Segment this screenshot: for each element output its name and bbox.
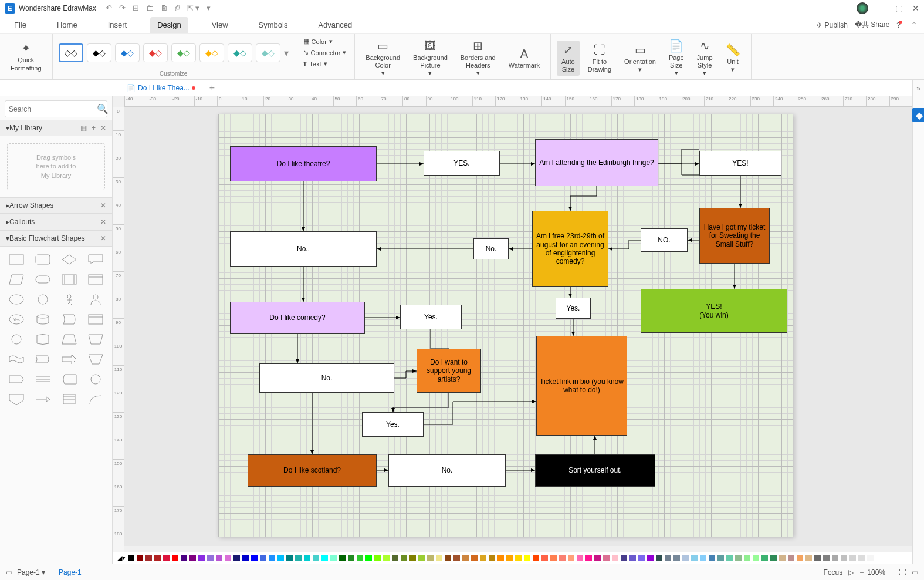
shape-lines[interactable]	[31, 371, 54, 387]
color-swatch[interactable]	[744, 555, 750, 561]
node-no1[interactable]: No..	[230, 231, 377, 267]
node-sort[interactable]: Sort yourself out.	[535, 454, 655, 487]
shape-trapezoid2[interactable]	[84, 331, 107, 348]
page[interactable]: Do I like theatre?YES.Am I attending the…	[218, 114, 793, 537]
orientation-button[interactable]: ▭Orientation ▾	[620, 41, 661, 76]
color-swatch[interactable]	[339, 555, 346, 561]
expand-right-panel-icon[interactable]: »	[916, 85, 920, 93]
node-no2[interactable]: No.	[473, 238, 509, 259]
color-swatch[interactable]	[260, 555, 266, 561]
color-swatch[interactable]	[638, 555, 645, 561]
color-swatch[interactable]	[805, 555, 812, 561]
shape-arc[interactable]	[84, 391, 107, 407]
auto-color-icon[interactable]: ◢▾	[117, 554, 126, 562]
theme-7[interactable]: ◆◇	[228, 43, 252, 62]
shape-card[interactable]	[84, 271, 107, 288]
color-swatch[interactable]	[269, 555, 275, 561]
color-swatch[interactable]	[717, 555, 724, 561]
print-icon[interactable]: ⎙	[175, 4, 180, 12]
theme-5[interactable]: ◆◇	[171, 43, 196, 62]
color-swatch[interactable]	[418, 555, 425, 561]
color-swatch[interactable]	[867, 555, 874, 561]
color-swatch[interactable]	[304, 555, 310, 561]
shape-tape[interactable]	[31, 351, 54, 367]
background-picture-button[interactable]: 🖼Background Picture ▾	[408, 36, 452, 80]
color-swatch[interactable]	[506, 555, 513, 561]
color-swatch[interactable]	[788, 555, 794, 561]
color-swatch[interactable]	[365, 555, 372, 561]
color-swatch[interactable]	[629, 555, 636, 561]
share-button[interactable]: �共 Share	[855, 20, 889, 30]
color-swatch[interactable]	[621, 555, 627, 561]
shape-merge[interactable]	[31, 391, 54, 407]
zoom-in-icon[interactable]: +	[889, 568, 893, 576]
color-swatch[interactable]	[497, 555, 504, 561]
shape-offpage[interactable]	[5, 391, 28, 407]
callouts-header[interactable]: ▸ Callouts✕	[0, 214, 112, 230]
close-icon[interactable]: ✕	[912, 4, 919, 13]
publish-button[interactable]: ✈ Publish	[817, 21, 848, 29]
document-tab[interactable]: 📄 Do I Like Thea...	[122, 82, 200, 95]
watermark-button[interactable]: AWatermark	[504, 44, 544, 72]
color-swatch[interactable]	[577, 555, 583, 561]
color-swatch[interactable]	[436, 555, 442, 561]
zoom-out-icon[interactable]: −	[859, 568, 864, 576]
color-swatch[interactable]	[330, 555, 337, 561]
color-swatch[interactable]	[735, 555, 742, 561]
shape-ellipse[interactable]	[5, 291, 28, 308]
export-icon[interactable]: ⇱ ▾	[187, 4, 200, 12]
node-yes2[interactable]: YES!	[699, 151, 781, 176]
node-comedy[interactable]: Do I like comedy?	[230, 302, 365, 334]
color-swatch[interactable]	[233, 555, 240, 561]
quick-formatting-button[interactable]: ✦Quick Formatting	[6, 39, 46, 74]
color-swatch[interactable]	[172, 555, 178, 561]
save-icon[interactable]: 🗎	[161, 4, 168, 12]
color-swatch[interactable]	[198, 555, 205, 561]
unit-button[interactable]: 📏Unit ▾	[721, 41, 745, 76]
color-swatch[interactable]	[559, 555, 566, 561]
color-swatch[interactable]	[181, 555, 187, 561]
color-swatch[interactable]	[770, 555, 777, 561]
tab-symbols[interactable]: Symbols	[252, 17, 295, 33]
tab-view[interactable]: View	[205, 17, 235, 33]
color-swatch[interactable]	[489, 555, 495, 561]
arrow-shapes-header[interactable]: ▸ Arrow Shapes✕	[0, 197, 112, 214]
shape-roundrect[interactable]	[31, 251, 54, 268]
presentation-icon[interactable]: ▷	[848, 568, 854, 576]
lib-grid-icon[interactable]: ▦	[80, 124, 87, 132]
color-swatch[interactable]	[568, 555, 574, 561]
color-swatch[interactable]	[550, 555, 557, 561]
node-scotland[interactable]: Do I like scotland?	[248, 454, 377, 487]
color-swatch[interactable]	[823, 555, 830, 561]
color-swatch[interactable]	[427, 555, 434, 561]
tab-home[interactable]: Home	[50, 17, 84, 33]
color-swatch[interactable]	[814, 555, 821, 561]
search-icon[interactable]: 🔍	[97, 103, 109, 114]
shape-parallelogram[interactable]	[5, 271, 28, 288]
section-close-icon[interactable]: ✕	[100, 234, 106, 242]
shape-stick[interactable]	[58, 291, 81, 308]
node-yes4[interactable]: Yes.	[556, 298, 591, 319]
add-document-icon[interactable]: +	[205, 83, 219, 93]
color-swatch[interactable]	[409, 555, 416, 561]
ribbon-text-button[interactable]: T Text ▾	[301, 59, 330, 69]
lib-close-icon[interactable]: ✕	[100, 124, 106, 132]
tab-design[interactable]: Design	[150, 17, 188, 33]
color-swatch[interactable]	[533, 555, 539, 561]
color-swatch[interactable]	[189, 555, 196, 561]
search-input[interactable]	[9, 105, 97, 113]
color-swatch[interactable]	[858, 555, 865, 561]
shape-display[interactable]	[58, 311, 81, 328]
theme-4[interactable]: ◆◇	[143, 43, 168, 62]
theme-3[interactable]: ◆◇	[115, 43, 140, 62]
redo-icon[interactable]: ↷	[119, 4, 126, 12]
open-icon[interactable]: 🗀	[146, 4, 154, 12]
node-yes5[interactable]: Yes.	[362, 412, 424, 437]
theme-6[interactable]: ◆◇	[199, 43, 224, 62]
color-swatch[interactable]	[392, 555, 398, 561]
shape-cylinder2[interactable]	[31, 331, 54, 348]
background-color-button[interactable]: ▭Background Color ▾	[361, 36, 405, 80]
page-select[interactable]: Page-1 ▾	[17, 568, 45, 576]
fit-drawing-button[interactable]: ⛶Fit to Drawing	[583, 41, 616, 76]
color-swatch[interactable]	[145, 555, 152, 561]
